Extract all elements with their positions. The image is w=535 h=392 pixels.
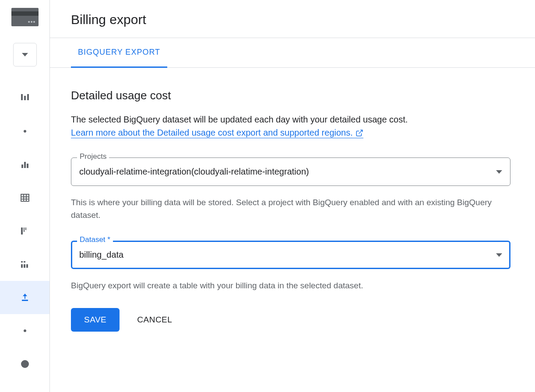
svg-rect-5 (27, 164, 28, 168)
nav-item-dot-2[interactable] (0, 314, 49, 347)
save-button[interactable]: SAVE (71, 308, 120, 332)
nav-item-reports[interactable] (0, 148, 49, 181)
svg-line-21 (359, 130, 362, 133)
chevron-down-icon (496, 253, 502, 257)
svg-rect-4 (24, 162, 26, 168)
svg-rect-14 (21, 261, 23, 262)
action-buttons: SAVE CANCEL (71, 308, 510, 332)
section-title: Detailed usage cost (71, 89, 510, 102)
svg-rect-11 (21, 228, 23, 234)
sidebar-collapse-toggle[interactable] (13, 43, 37, 66)
projects-select[interactable]: cloudyali-relatime-integration(cloudyali… (71, 158, 510, 186)
bar-chart-icon (20, 159, 30, 170)
svg-rect-13 (25, 228, 26, 230)
dataset-value: billing_data (79, 250, 123, 260)
svg-rect-19 (22, 300, 28, 301)
svg-rect-2 (27, 94, 29, 100)
svg-rect-0 (21, 94, 23, 100)
svg-rect-15 (21, 264, 23, 268)
tabs-bar: BIGQUERY EXPORT (50, 38, 535, 68)
dot-icon (24, 329, 26, 332)
main-content: Billing export BIGQUERY EXPORT Detailed … (50, 0, 535, 392)
nav-item-billing-export[interactable] (0, 281, 49, 314)
projects-field: Projects cloudyali-relatime-integration(… (71, 158, 510, 186)
required-marker: * (107, 235, 110, 244)
svg-rect-18 (26, 264, 28, 268)
nav-item-cost-breakdown[interactable] (0, 214, 49, 248)
svg-rect-16 (24, 261, 25, 262)
chevron-down-icon (22, 53, 28, 56)
export-icon (20, 292, 30, 303)
dataset-label: Dataset * (77, 235, 113, 244)
svg-rect-6 (21, 194, 29, 201)
commitments-icon (20, 259, 30, 270)
table-icon (20, 192, 30, 203)
dataset-select[interactable]: billing_data (71, 241, 510, 269)
page-header: Billing export (50, 0, 535, 38)
link-text: Learn more about the Detailed usage cost… (71, 128, 353, 138)
tab-bigquery-export[interactable]: BIGQUERY EXPORT (71, 38, 167, 68)
projects-helper: This is where your billing data will be … (71, 196, 510, 221)
content-area: Detailed usage cost The selected BigQuer… (50, 68, 531, 332)
cancel-button[interactable]: CANCEL (137, 315, 172, 325)
dot-icon (24, 130, 26, 133)
svg-rect-17 (24, 264, 25, 268)
dashboard-icon (20, 93, 30, 103)
nav-item-cost-table[interactable] (0, 181, 49, 214)
svg-rect-3 (21, 164, 23, 168)
svg-point-20 (21, 360, 29, 368)
nav-item-commitments[interactable] (0, 248, 49, 281)
learn-more-link[interactable]: Learn more about the Detailed usage cost… (71, 128, 363, 138)
chevron-down-icon (496, 170, 502, 174)
nav-item-overview[interactable] (0, 81, 49, 115)
external-link-icon (355, 129, 363, 137)
page-title: Billing export (71, 12, 514, 27)
projects-value: cloudyali-relatime-integration(cloudyali… (79, 167, 309, 177)
breakdown-icon (20, 226, 30, 236)
dollar-circle-icon (20, 359, 30, 369)
nav-item-dot-1[interactable] (0, 115, 49, 148)
sidebar (0, 0, 50, 392)
dataset-helper: BigQuery export will create a table with… (71, 280, 510, 292)
section-description: The selected BigQuery dataset will be up… (71, 113, 510, 126)
billing-card-icon (11, 8, 39, 26)
svg-rect-12 (24, 228, 25, 232)
dataset-field: Dataset * billing_data (71, 241, 510, 269)
projects-label: Projects (77, 152, 109, 161)
nav-item-pricing[interactable] (0, 347, 49, 381)
svg-rect-1 (24, 96, 26, 100)
